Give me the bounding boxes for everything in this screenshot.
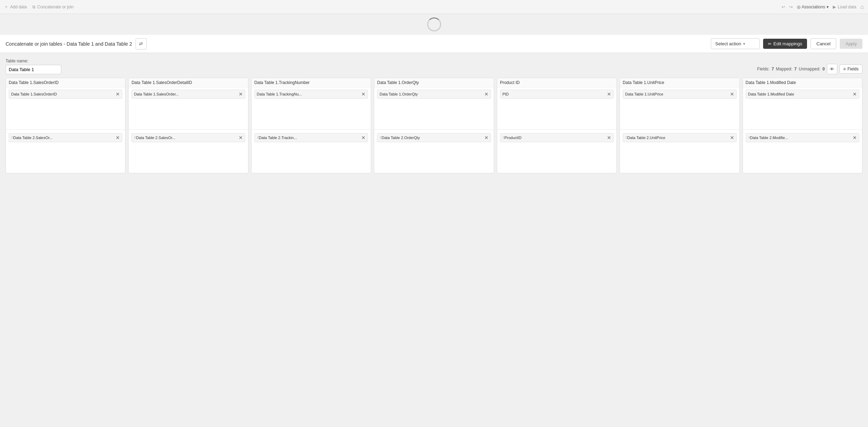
column-header-text-1: Data Table 1.SalesOrderDetailID (131, 80, 245, 85)
edit-mappings-button[interactable]: ✏ Edit mappings (763, 39, 807, 49)
row2-chip-text-2: Data Table 2.Trackin... (259, 136, 360, 140)
fields-button[interactable]: ≡ Fields (839, 64, 862, 74)
row1-close-6[interactable]: ✕ (853, 91, 857, 97)
main-header: Concatenate or join tables - Data Table … (0, 35, 868, 53)
apply-label: Apply (845, 41, 857, 46)
unmapped-count: 0 (822, 67, 825, 71)
row2-area-5: ⠿Data Table 2.UnitPrice✕ (620, 131, 739, 173)
mapped-label: Mapped: (776, 67, 792, 71)
eye-icon: 👁 (830, 67, 834, 72)
row1-chip-0: Data Table 1.SalesOrderID✕ (9, 90, 122, 99)
column-header-5: Data Table 1.UnitPrice (620, 78, 739, 87)
column-card-2: Data Table 1.TrackingNumberData Table 1.… (251, 78, 371, 173)
row1-chip-text-3: Data Table 1.OrderQty (379, 92, 483, 96)
row2-area-4: ⠿ProductID✕ (497, 131, 616, 173)
row1-close-1[interactable]: ✕ (239, 91, 243, 97)
column-card-5: Data Table 1.UnitPriceData Table 1.UnitP… (620, 78, 739, 173)
table-name-group: Table name: (6, 59, 61, 74)
row2-close-4[interactable]: ✕ (607, 135, 611, 140)
row2-close-6[interactable]: ✕ (853, 135, 857, 140)
cancel-label: Cancel (816, 41, 830, 46)
fields-list-icon: ≡ (843, 67, 846, 71)
column-header-6: Data Table 1.Modified Date (743, 78, 862, 87)
row2-close-5[interactable]: ✕ (730, 135, 734, 140)
column-header-text-5: Data Table 1.UnitPrice (623, 80, 736, 85)
row1-chip-4: PID✕ (500, 90, 614, 99)
associations-icon: ◎ (797, 5, 800, 9)
row2-area-6: ⠿Data Table 2.Modifie...✕ (743, 131, 862, 173)
column-header-text-2: Data Table 1.TrackingNumber (254, 80, 368, 85)
row2-close-1[interactable]: ✕ (239, 135, 243, 140)
row1-chip-3: Data Table 1.OrderQty✕ (377, 90, 491, 99)
load-data-action[interactable]: ▶ Load data (833, 5, 856, 9)
row2-close-2[interactable]: ✕ (361, 135, 366, 140)
row1-area-6: Data Table 1.Modified Date✕ (743, 87, 862, 129)
table-name-input[interactable] (6, 65, 61, 74)
content-area: Table name: Fields: 7 Mapped: 7 Unmapped… (0, 53, 868, 427)
row2-chip-text-4: ProductID (505, 136, 606, 140)
column-card-4: Product IDPID✕⠿ProductID✕ (497, 78, 617, 173)
column-header-0: Data Table 1.SalesOrderID (6, 78, 125, 87)
top-nav-left: ＋ Add data ⧉ Concatenate or join (4, 4, 74, 10)
row2-chip-text-1: Data Table 2.SalesOr... (136, 136, 237, 140)
add-data-action[interactable]: ＋ Add data (4, 4, 27, 10)
column-header-text-3: Data Table 1.OrderQty (377, 80, 491, 85)
select-action-button[interactable]: Select action ▾ (711, 38, 760, 49)
row1-close-0[interactable]: ✕ (116, 91, 120, 97)
column-header-4: Product ID (497, 78, 616, 87)
row1-chip-text-4: PID (502, 92, 606, 96)
associations-tab[interactable]: ◎ Associations ▾ (797, 5, 829, 9)
fields-summary: Fields: 7 Mapped: 7 Unmapped: 0 👁 ≡ Fiel… (757, 64, 862, 74)
row1-area-3: Data Table 1.OrderQty✕ (374, 87, 493, 129)
column-header-text-4: Product ID (500, 80, 614, 85)
row1-area-0: Data Table 1.SalesOrderID✕ (6, 87, 125, 129)
concatenate-label: Concatenate or join (37, 5, 74, 9)
separator-3 (374, 129, 493, 130)
fields-label: Fields: (757, 67, 769, 71)
row1-close-3[interactable]: ✕ (484, 91, 489, 97)
separator-1 (129, 129, 248, 130)
cancel-button[interactable]: Cancel (811, 38, 836, 49)
row2-area-0: ⠿Data Table 2.SalesOr...✕ (6, 131, 125, 173)
chevron-down-icon: ▾ (827, 5, 829, 9)
apply-button[interactable]: Apply (840, 39, 862, 49)
load-data-icon: ▶ (833, 5, 836, 9)
add-data-label: Add data (10, 5, 27, 9)
column-header-3: Data Table 1.OrderQty (374, 78, 493, 87)
row2-chip-1: ⠿Data Table 2.SalesOr...✕ (131, 133, 245, 142)
row1-close-5[interactable]: ✕ (730, 91, 734, 97)
row1-chip-text-1: Data Table 1.SalesOrder... (134, 92, 237, 96)
top-nav-right: ↩ ↪ ◎ Associations ▾ ▶ Load data ⌂ (782, 4, 864, 10)
swap-button[interactable]: ⇄ (136, 38, 147, 49)
row1-area-5: Data Table 1.UnitPrice✕ (620, 87, 739, 129)
row1-close-2[interactable]: ✕ (361, 91, 366, 97)
separator-0 (6, 129, 125, 130)
row2-area-1: ⠿Data Table 2.SalesOr...✕ (129, 131, 248, 173)
row2-chip-text-3: Data Table 2.OrderQty (382, 136, 483, 140)
home-button[interactable]: ⌂ (860, 4, 864, 10)
row1-close-4[interactable]: ✕ (607, 91, 611, 97)
loading-spinner (427, 17, 441, 31)
row1-chip-text-0: Data Table 1.SalesOrderID (11, 92, 114, 96)
separator-4 (497, 129, 616, 130)
row1-chip-6: Data Table 1.Modified Date✕ (746, 90, 859, 99)
row2-close-3[interactable]: ✕ (484, 135, 489, 140)
undo-button[interactable]: ↩ (782, 5, 785, 9)
row2-area-2: ⠿Data Table 2.Trackin...✕ (252, 131, 371, 173)
row2-chip-text-5: Data Table 2.UnitPrice (627, 136, 728, 140)
eye-button[interactable]: 👁 (827, 64, 837, 74)
row1-chip-text-5: Data Table 1.UnitPrice (625, 92, 728, 96)
redo-button[interactable]: ↪ (789, 5, 793, 9)
separator-5 (620, 129, 739, 130)
concatenate-join-action[interactable]: ⧉ Concatenate or join (32, 5, 74, 9)
page-title: Concatenate or join tables - Data Table … (6, 41, 132, 47)
unmapped-label: Unmapped: (799, 67, 820, 71)
row2-close-0[interactable]: ✕ (116, 135, 120, 140)
column-header-1: Data Table 1.SalesOrderDetailID (129, 78, 248, 87)
select-action-label: Select action (715, 41, 741, 46)
row1-chip-text-6: Data Table 1.Modified Date (748, 92, 851, 96)
associations-label: Associations (802, 5, 825, 9)
row1-chip-text-2: Data Table 1.TrackingNu... (257, 92, 360, 96)
row2-chip-6: ⠿Data Table 2.Modifie...✕ (746, 133, 859, 142)
row2-chip-4: ⠿ProductID✕ (500, 133, 614, 142)
